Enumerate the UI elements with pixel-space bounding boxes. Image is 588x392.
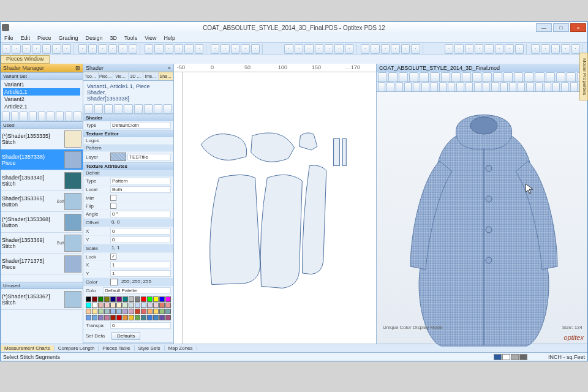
palette-color[interactable]	[116, 315, 122, 320]
palette-color[interactable]	[116, 309, 122, 314]
threed-toolbar-button[interactable]	[456, 82, 464, 92]
mini-toolbar-button[interactable]	[94, 104, 103, 114]
minimize-button[interactable]: —	[536, 23, 552, 32]
menu-help[interactable]: Help	[160, 35, 179, 41]
mini-toolbar-button[interactable]	[56, 111, 64, 121]
menu-3d[interactable]: 3D	[107, 35, 121, 41]
threed-toolbar-button[interactable]	[493, 72, 502, 82]
toolbar-button[interactable]: ·	[505, 44, 513, 54]
palette-color[interactable]	[98, 315, 104, 320]
threed-toolbar-button[interactable]	[462, 72, 471, 82]
offset-x-value[interactable]: 0	[110, 228, 171, 235]
palette-color[interactable]	[110, 296, 116, 302]
palette-color[interactable]	[141, 315, 146, 320]
toolbar-button[interactable]: ·	[561, 44, 570, 54]
mini-toolbar-button[interactable]	[154, 104, 162, 114]
shader-list-item[interactable]: (*)Shader[1353335] Stitch	[1, 129, 83, 149]
shader-list-item[interactable]: (*)Shader[1353367] Stitch	[1, 289, 83, 310]
palette-color[interactable]	[129, 303, 134, 308]
palette-color[interactable]	[135, 309, 140, 314]
palette-color[interactable]	[98, 309, 104, 314]
threed-toolbar-button[interactable]	[514, 72, 523, 82]
toolbar-button[interactable]: ·	[32, 44, 40, 54]
canvas-2d[interactable]	[183, 72, 376, 344]
toolbar-button[interactable]: ·	[2, 44, 10, 54]
status-swatch[interactable]	[494, 354, 502, 360]
model-properties-tab[interactable]: Model Properties	[579, 53, 588, 100]
palette-color[interactable]	[147, 315, 153, 320]
variant-item[interactable]: Variant1	[3, 81, 80, 88]
bottom-tab[interactable]: Compare Length	[55, 345, 99, 351]
palette-color[interactable]	[86, 303, 91, 308]
scale-x-value[interactable]: 1	[110, 262, 171, 268]
palette-color[interactable]	[147, 309, 153, 314]
threed-toolbar-button[interactable]	[404, 82, 412, 92]
close-button[interactable]: ×	[570, 23, 586, 32]
palette-color[interactable]	[92, 303, 97, 308]
bottom-tab[interactable]: Style Sets	[135, 345, 165, 351]
threed-toolbar-button[interactable]	[474, 82, 481, 92]
shader-list-item[interactable]: Shader[1353369] StitchButt	[1, 233, 83, 254]
palette-color[interactable]	[92, 315, 97, 320]
toolbar-button[interactable]: ·	[381, 44, 390, 54]
toolbar-button[interactable]: ·	[154, 44, 163, 54]
palette-color[interactable]	[165, 296, 171, 302]
toolbar-button[interactable]: ·	[445, 44, 453, 54]
palette-color[interactable]	[86, 315, 91, 320]
palette-color[interactable]	[135, 303, 140, 308]
palette-color[interactable]	[116, 296, 122, 302]
palette-color[interactable]	[123, 315, 128, 320]
threed-toolbar-button[interactable]	[421, 82, 429, 92]
shader-tab[interactable]: Inte…	[143, 72, 159, 80]
palette-color[interactable]	[135, 315, 140, 320]
toolbar-button[interactable]: ·	[325, 44, 333, 54]
mini-toolbar-button[interactable]	[65, 111, 73, 121]
threed-toolbar-button[interactable]	[518, 82, 525, 92]
palette-color[interactable]	[135, 296, 140, 302]
threed-toolbar-button[interactable]	[546, 72, 555, 82]
bottom-tab[interactable]: Map Zones	[165, 345, 197, 351]
toolbar-button[interactable]: ·	[98, 44, 107, 54]
shader-tab[interactable]: Piec…	[99, 72, 114, 80]
palette-color[interactable]	[141, 303, 146, 308]
palette-color[interactable]	[92, 296, 97, 302]
threed-toolbar-button[interactable]	[451, 72, 461, 82]
menu-design[interactable]: Design	[82, 35, 107, 41]
palette-color[interactable]	[86, 309, 91, 314]
threed-toolbar-button[interactable]	[552, 82, 560, 92]
toolbar-button[interactable]: ·	[465, 44, 473, 54]
attr-type-value[interactable]: Pattern	[110, 178, 171, 184]
threed-viewport[interactable]: Unique Color Display Mode Size: 134 opti…	[377, 92, 587, 344]
palette-color[interactable]	[141, 309, 146, 314]
menu-grading[interactable]: Grading	[55, 35, 82, 41]
palette-color[interactable]	[104, 315, 110, 320]
shader-tab[interactable]: Too…	[83, 72, 99, 80]
palette-color[interactable]	[98, 303, 104, 308]
threed-toolbar-button[interactable]	[430, 72, 439, 82]
variant-item[interactable]: Article2.1	[3, 103, 80, 110]
shader-panel-close-icon[interactable]: ×	[168, 65, 171, 71]
threed-toolbar-button[interactable]	[526, 82, 533, 92]
threed-toolbar-button[interactable]	[472, 72, 481, 82]
palette-color[interactable]	[110, 303, 116, 308]
status-swatch[interactable]	[511, 354, 519, 360]
toolbar-button[interactable]: ·	[454, 44, 463, 54]
status-swatch[interactable]	[502, 354, 510, 360]
palette-color[interactable]	[147, 296, 153, 302]
toolbar-button[interactable]: ·	[118, 44, 127, 54]
attr-angle-value[interactable]: 0 °	[110, 211, 171, 217]
mini-toolbar-button[interactable]	[104, 104, 113, 114]
menu-tools[interactable]: Tools	[121, 35, 141, 41]
toolbar-button[interactable]: ·	[334, 44, 343, 54]
palette-color[interactable]	[153, 309, 159, 314]
palette-color[interactable]	[159, 296, 165, 302]
toolbar-button[interactable]: ·	[108, 44, 117, 54]
mini-toolbar-button[interactable]	[47, 111, 55, 121]
toolbar-button[interactable]: ·	[361, 44, 369, 54]
toolbar-button[interactable]: ·	[129, 44, 137, 54]
toolbar-button[interactable]: ·	[184, 44, 193, 54]
toolbar-button[interactable]: ·	[88, 44, 97, 54]
mini-toolbar-button[interactable]	[29, 111, 37, 121]
palette-color[interactable]	[159, 315, 165, 320]
shader-list-item[interactable]: Shader(1357338) Piece	[1, 149, 83, 170]
